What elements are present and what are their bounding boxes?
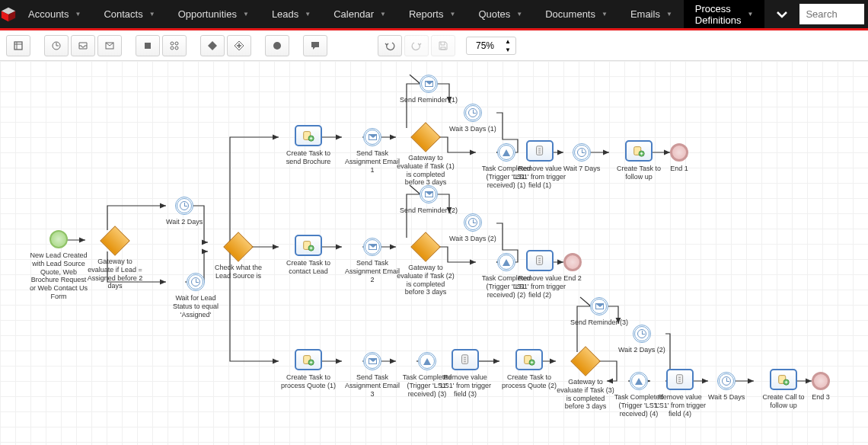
process-canvas[interactable]: New Lead Created with Lead Source Quote,… [0,61,868,445]
gateway-lead-assigned[interactable]: Gateway to evaluate if Lead = Assigned b… [85,230,145,290]
redo-button[interactable] [404,35,429,56]
svg-rect-30 [537,256,543,265]
task-call-followup[interactable]: Create Call to follow up [754,369,813,410]
timer-wait-3d-2[interactable]: Wait 3 Days (2) [449,213,496,243]
svg-rect-22 [537,146,543,155]
mail-reminder-1[interactable]: Send Reminder (1) [400,75,458,104]
timer-wait-7d[interactable]: Wait 7 Days [563,143,600,173]
nav-item-emails[interactable]: Emails▼ [619,0,684,28]
timer-wait-2d-2[interactable]: Wait 2 Days (2) [618,325,665,354]
nav-item-accounts[interactable]: Accounts▼ [17,0,92,28]
nav-item-calendar[interactable]: Calendar▼ [322,0,397,28]
end-event-3[interactable]: End 3 [812,372,830,402]
task-send-brochure[interactable]: Create Task to send Brochure [279,125,338,166]
nav-item-documents[interactable]: Documents▼ [534,0,619,28]
gateway-check-source[interactable]: Check what the Lead Source is [209,236,268,280]
task-remove-value-2[interactable]: Remove value 'LS1' from trigger field (2… [510,250,570,299]
svg-point-14 [175,46,178,50]
tool-comment[interactable] [303,35,327,56]
app-logo[interactable] [0,0,17,30]
chevron-down-icon: ▼ [602,11,608,18]
chevron-down-icon: ▼ [305,11,311,18]
nav-item-reports[interactable]: Reports▼ [397,0,467,28]
chevron-down-icon: ▼ [516,11,522,18]
tool-diamond-fill[interactable] [200,35,225,56]
timer-wait-2-days[interactable]: Wait 2 Days [166,197,203,226]
nav-item-quotes[interactable]: Quotes▼ [467,0,534,28]
end-event-2[interactable]: End 2 [563,253,582,283]
svg-point-11 [171,42,174,45]
task-contact-lead[interactable]: Create Task to contact Lead [279,235,338,276]
top-nav: Accounts▼Contacts▼Opportunities▼Leads▼Ca… [0,0,868,30]
zoom-control[interactable]: 75%▲▼ [466,37,516,55]
svg-rect-10 [145,43,151,49]
tool-timer[interactable] [44,35,69,56]
svg-rect-36 [462,355,468,364]
tool-circle[interactable] [265,35,289,56]
tool-envelope[interactable] [97,35,122,56]
timer-wait-3d-1[interactable]: Wait 3 Days (1) [449,104,496,133]
tool-inbox[interactable] [71,35,95,56]
task-followup[interactable]: Create Task to follow up [609,140,669,181]
search-box [799,4,864,24]
search-input[interactable] [799,4,864,24]
chevron-down-icon: ▼ [666,11,672,18]
svg-point-12 [175,42,178,45]
end-event-1[interactable]: End 1 [670,143,688,173]
nav-overflow-button[interactable] [764,8,799,21]
nav-item-process-definitions[interactable]: Process Definitions▼ [684,0,765,28]
chevron-down-icon: ▼ [380,11,386,18]
gateway-eval-3[interactable]: Gateway to evaluate if Task (3) is compl… [556,351,615,411]
nav-item-contacts[interactable]: Contacts▼ [92,0,166,28]
nav-item-leads[interactable]: Leads▼ [260,0,322,28]
chevron-down-icon: ▼ [449,11,455,18]
chevron-down-icon: ▼ [149,11,155,18]
svg-point-19 [273,42,281,50]
tool-cube[interactable] [6,35,30,56]
mail-email-3[interactable]: Send Task Assignment Email 3 [343,352,402,398]
gateway-eval-1[interactable]: Gateway to evaluate if Task (1) is compl… [396,126,455,187]
task-remove-value-4[interactable]: Remove value 'LS1' from trigger field (4… [650,369,710,418]
chevron-down-icon: ▼ [243,11,249,18]
gateway-eval-2[interactable]: Gateway to evaluate if Task (2) is compl… [396,236,455,296]
svg-rect-3 [14,42,22,50]
svg-rect-42 [677,375,683,384]
undo-button[interactable] [378,35,402,56]
chevron-down-icon: ▼ [75,11,81,18]
tool-stop[interactable] [136,35,160,56]
nav-item-opportunities[interactable]: Opportunities▼ [167,0,260,28]
mail-reminder-3[interactable]: Send Reminder (3) [570,297,628,327]
timer-wait-5d[interactable]: Wait 5 Days [708,372,745,402]
svg-point-13 [171,46,174,50]
zoom-value: 75% [476,40,494,51]
mail-email-1[interactable]: Send Task Assignment Email 1 [343,128,402,174]
nav-items: Accounts▼Contacts▼Opportunities▼Leads▼Ca… [17,0,764,28]
mail-reminder-2[interactable]: Send Reminder (2) [400,185,458,215]
task-remove-value-3[interactable]: Remove value 'LS1' from trigger field (3… [436,349,495,398]
tool-gear[interactable] [162,35,187,56]
save-button[interactable] [431,35,455,56]
svg-marker-15 [208,41,217,50]
start-event[interactable]: New Lead Created with Lead Source Quote,… [29,230,88,301]
mail-email-2[interactable]: Send Task Assignment Email 2 [343,238,402,283]
tool-diamond-plus[interactable] [227,35,251,56]
task-process-quote-2[interactable]: Create Task to process Quote (2) [499,349,559,390]
task-process-quote-1[interactable]: Create Task to process Quote (1) [279,349,338,390]
editor-toolbar: 75%▲▼ [0,30,868,61]
task-remove-value-1[interactable]: Remove value 'LS1' from trigger field (1… [510,140,570,189]
chevron-down-icon: ▼ [748,11,754,18]
